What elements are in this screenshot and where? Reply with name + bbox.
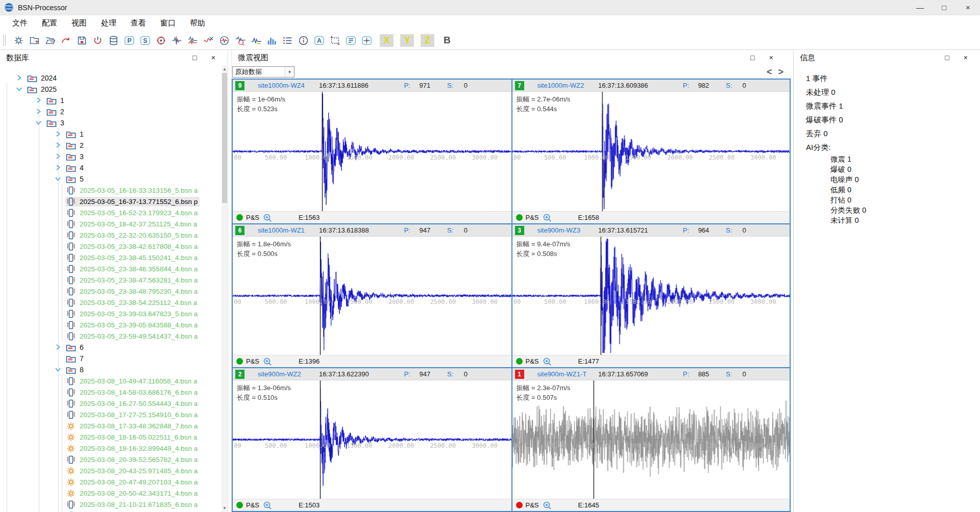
event-list-icon[interactable]	[281, 34, 294, 47]
settings-icon[interactable]	[12, 34, 25, 47]
waveform-plot[interactable]: 振幅 = 1e-06m/s长度 = 0.523s00500.001000.001…	[233, 92, 511, 211]
zoom-in-icon[interactable]	[263, 501, 272, 510]
wave-filter-icon[interactable]	[250, 34, 262, 47]
tree-file-item[interactable]: 2025-03-05_22-32-20.635150_5.bsn a	[0, 229, 222, 241]
tree-file-item[interactable]: 2025-03-08_18-16-05.022511_6.bsn a	[0, 431, 222, 443]
power-icon[interactable]	[91, 34, 104, 47]
chevron-right-icon[interactable]	[35, 108, 43, 116]
tree-folder-7[interactable]: 7	[0, 353, 222, 364]
tree-folder-6[interactable]: 6	[0, 342, 222, 353]
dropdown-arrow-icon[interactable]: ▼	[285, 67, 294, 77]
tree-folder-2[interactable]: 2	[0, 106, 222, 117]
tree-file-item[interactable]: 2025-03-05_23-38-47.563281_4.bsn a	[0, 274, 222, 286]
histogram-icon[interactable]	[265, 34, 278, 47]
tree-scrollbar[interactable]: ▲ ▼	[222, 65, 228, 512]
tree-folder-2024[interactable]: 2024	[0, 72, 222, 84]
tree-file-item[interactable]: 2025-03-08_20-43-25.971485_4.bsn a	[0, 465, 222, 476]
scroll-down-icon[interactable]: ▼	[222, 504, 228, 512]
chevron-right-icon[interactable]	[55, 131, 63, 138]
menu-item-3[interactable]: 处理	[94, 18, 124, 28]
menu-item-1[interactable]: 配置	[35, 18, 64, 28]
channel-name[interactable]: site900m-WZ2	[258, 370, 301, 378]
database-maximize-button[interactable]: □	[192, 54, 197, 62]
chevron-right-icon[interactable]	[55, 344, 63, 351]
panel-splitter-left[interactable]	[228, 50, 232, 512]
chevron-down-icon[interactable]	[16, 86, 24, 93]
tree-file-item[interactable]: 2025-03-05_16-37-13.771552_6.bsn p	[0, 196, 222, 207]
menu-item-6[interactable]: 帮助	[183, 18, 212, 28]
info-maximize-button[interactable]: □	[945, 54, 949, 62]
waveform-plot[interactable]: 振幅 = 2.7e-06m/s长度 = 0.544s00500.001000.0…	[512, 92, 790, 211]
chevron-down-icon[interactable]	[35, 119, 43, 127]
channel-name[interactable]: site1000m-WZ2	[537, 82, 584, 89]
tree-file-item[interactable]: 2025-03-05_16-52-23.179923_4.bsn a	[0, 207, 222, 218]
zoom-in-icon[interactable]	[263, 357, 272, 366]
chevron-right-icon[interactable]	[55, 153, 63, 161]
chevron-down-icon[interactable]	[55, 366, 63, 374]
s-marker-icon[interactable]: S	[139, 34, 152, 47]
p-marker-icon[interactable]: P	[123, 34, 136, 47]
tree-file-item[interactable]: 2025-03-05_23-38-48.795230_4.bsn a	[0, 286, 222, 297]
tree-file-item[interactable]: 2025-03-05_23-38-46.355844_4.bsn a	[0, 263, 222, 274]
tree-file-item[interactable]: 2025-03-08_20-47-49.207103_4.bsn a	[0, 476, 222, 488]
wave-overlay-icon[interactable]	[186, 34, 199, 47]
waveform-plot[interactable]: 振幅 = 9.4e-07m/s长度 = 0.508s00500.001000.0…	[512, 237, 790, 355]
database-close-button[interactable]: ×	[211, 54, 215, 62]
bold-b-button[interactable]: B	[444, 35, 451, 46]
tree-file-item[interactable]: 2025-03-05_23-39-05.843588_4.bsn a	[0, 319, 222, 330]
tree-file-item[interactable]: 2025-03-08_10-49-47.116058_4.bsn a	[0, 375, 222, 387]
minimize-button[interactable]: —	[908, 0, 932, 15]
tree-file-item[interactable]: 2025-03-08_16-27-50.554443_4.bsn a	[0, 398, 222, 409]
next-event-button[interactable]: >	[778, 67, 783, 78]
label-a-icon[interactable]: A	[313, 34, 326, 47]
chevron-right-icon[interactable]	[55, 142, 63, 149]
scroll-up-icon[interactable]: ▲	[222, 65, 228, 73]
tree-file-item[interactable]: 2025-03-05_23-59-49.541437_4.bsn a	[0, 330, 222, 342]
database-icon[interactable]	[107, 34, 120, 47]
info-close-button[interactable]: ×	[964, 54, 968, 62]
data-source-dropdown[interactable]: 原始数据 ▼	[232, 66, 295, 78]
tree-file-item[interactable]: 2025-03-05_18-42-37.251125_4.bsn a	[0, 218, 222, 229]
tree-file-item[interactable]: 2025-03-08_21-10-21.671835_6.bsn a	[0, 499, 222, 510]
region-select-icon[interactable]	[329, 34, 341, 47]
tree-folder-5[interactable]: 5	[0, 173, 222, 185]
channel-name[interactable]: site1000m-WZ1	[258, 226, 305, 234]
info-icon[interactable]	[297, 34, 310, 47]
tree-folder-1[interactable]: 1	[0, 95, 222, 106]
menu-item-2[interactable]: 视图	[64, 18, 94, 28]
zoom-in-icon[interactable]	[543, 501, 552, 510]
tree-file-item[interactable]	[0, 510, 222, 512]
waveform-plot[interactable]: 振幅 = 2.3e-07m/s长度 = 0.507s00500.001000.0…	[512, 380, 790, 499]
channel-name[interactable]: site1000m-WZ4	[258, 82, 305, 89]
tree-folder-2025[interactable]: 2025	[0, 84, 222, 95]
zoom-in-icon[interactable]	[263, 213, 272, 222]
waveform-plot[interactable]: 振幅 = 1.3e-06m/s长度 = 0.510s00500.001000.0…	[233, 380, 511, 499]
tree-folder-3[interactable]: 3	[0, 117, 222, 129]
wave-pick-icon[interactable]	[170, 34, 183, 47]
maximize-button[interactable]: □	[932, 0, 956, 15]
tree-file-item[interactable]: 2025-03-05_23-38-45.150241_4.bsn a	[0, 252, 222, 263]
tree-file-item[interactable]: 2025-03-08_17-27-25.154910_6.bsn a	[0, 409, 222, 420]
wave-circle-icon[interactable]	[218, 34, 231, 47]
redo-icon[interactable]	[60, 34, 72, 47]
chevron-down-icon[interactable]	[55, 175, 63, 183]
tree-file-item[interactable]: 2025-03-08_17-33-48.362848_7.bsn a	[0, 420, 222, 431]
tree-folder-8[interactable]: 8	[0, 364, 222, 375]
menu-item-5[interactable]: 窗口	[153, 18, 183, 28]
wave-cut-icon[interactable]	[202, 34, 215, 47]
chevron-right-icon[interactable]	[55, 164, 63, 172]
tree-folder-1[interactable]: 1	[0, 129, 222, 140]
tree-file-item[interactable]: 2025-03-05_23-38-54.225112_4.bsn a	[0, 297, 222, 308]
open-folder-icon[interactable]	[44, 34, 57, 47]
scrollbar-thumb[interactable]	[222, 73, 227, 203]
axis-y-button[interactable]: Y	[400, 34, 414, 47]
tree-folder-2[interactable]: 2	[0, 140, 222, 151]
close-button[interactable]: ×	[956, 0, 980, 15]
waveform-plot[interactable]: 振幅 = 1.8e-06m/s长度 = 0.500s00500.001000.0…	[233, 237, 511, 355]
menu-item-4[interactable]: 查看	[124, 18, 153, 28]
tree-file-item[interactable]: 2025-03-08_20-50-42.343171_4.bsn a	[0, 488, 222, 499]
channel-name[interactable]: site900m-WZ1-T	[537, 370, 586, 378]
tree-folder-4[interactable]: 4	[0, 162, 222, 173]
chevron-right-icon[interactable]	[16, 74, 24, 82]
zoom-in-icon[interactable]	[543, 213, 552, 222]
